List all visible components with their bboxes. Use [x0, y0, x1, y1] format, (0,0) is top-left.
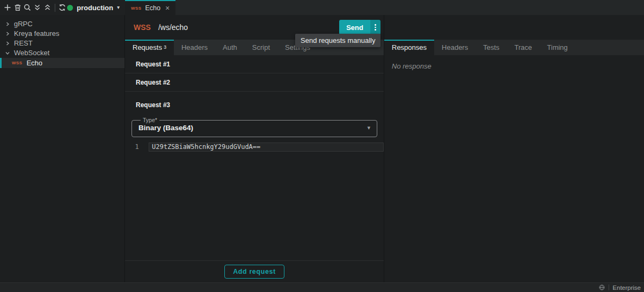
add-request-button[interactable]: Add request: [224, 265, 284, 279]
chevron-right-icon: [5, 41, 10, 46]
sidebar-item-label: gRPC: [14, 20, 33, 28]
license-label[interactable]: Enterprise: [613, 284, 641, 291]
chevron-down-icon: [5, 51, 10, 55]
response-tabs: Responses Headers Tests Trace Timing: [384, 40, 644, 55]
request-1-header[interactable]: Request #1: [125, 55, 384, 73]
delete-icon: [14, 4, 21, 11]
search-icon: [24, 4, 31, 11]
sync-button[interactable]: [57, 2, 68, 13]
sidebar-item-rest[interactable]: REST: [0, 39, 125, 48]
tab-label: Trace: [515, 43, 532, 51]
tab-label: Tests: [483, 43, 499, 51]
sidebar-item-grpc[interactable]: gRPC: [0, 19, 125, 28]
sidebar-item-label: WebSocket: [14, 49, 49, 57]
tab-headers[interactable]: Headers: [174, 40, 215, 55]
chevron-down-icon: ▾: [367, 124, 370, 131]
tab-script[interactable]: Script: [245, 40, 277, 55]
request-3-section: Request #3 Type* Binary (Base64) ▾ 1 U29…: [125, 92, 384, 152]
add-button[interactable]: [3, 2, 13, 13]
request-2-header[interactable]: Request #2: [125, 73, 384, 92]
collapse-all-icon: [44, 4, 51, 11]
chevron-right-icon: [5, 32, 10, 36]
send-button-tooltip: Send requests manually: [295, 34, 380, 47]
tab-title: Echo: [145, 4, 160, 12]
globe-icon: [599, 284, 605, 290]
tab-label: Script: [252, 43, 270, 51]
sidebar-item-label: Echo: [26, 59, 42, 67]
tab-echo[interactable]: WSS Echo ×: [125, 0, 175, 15]
tab-auth[interactable]: Auth: [215, 40, 245, 55]
tab-label: Timing: [547, 43, 568, 51]
tab-timing[interactable]: Timing: [539, 40, 575, 55]
content-area: gRPC Kreya features REST WebSocket WSS E…: [0, 15, 644, 282]
request-title: Request #1: [136, 61, 170, 68]
type-select-label: Type*: [141, 117, 159, 123]
send-options-button[interactable]: [370, 20, 380, 35]
environment-status-dot: [67, 5, 73, 11]
sidebar-item-label: REST: [14, 39, 33, 47]
tab-trace[interactable]: Trace: [507, 40, 540, 55]
wss-badge: WSS: [12, 61, 22, 65]
document-tab-strip: WSS Echo ×: [125, 0, 644, 15]
type-select-value-row[interactable]: Binary (Base64) ▾: [138, 124, 370, 132]
collapse-all-button[interactable]: [42, 2, 53, 13]
tab-responses[interactable]: Responses: [384, 40, 434, 55]
wss-badge: WSS: [131, 6, 141, 11]
tab-tests[interactable]: Tests: [475, 40, 507, 55]
send-button-group: Send: [339, 20, 380, 35]
request-path[interactable]: /ws/echo: [158, 23, 188, 32]
sync-icon: [58, 4, 66, 11]
environment-name: production: [77, 4, 113, 12]
request-3-header[interactable]: Request #3: [125, 101, 384, 117]
send-button[interactable]: Send: [339, 20, 370, 35]
request-panel: WSS /ws/echo Send Requests3 Headers Auth…: [125, 15, 384, 282]
response-panel-spacer: [384, 15, 644, 40]
chevron-down-icon: ▾: [117, 5, 120, 10]
requests-count-badge: 3: [164, 44, 166, 50]
sidebar-item-websocket[interactable]: WebSocket: [0, 48, 125, 57]
status-bar: Enterprise: [0, 282, 644, 292]
sidebar: gRPC Kreya features REST WebSocket WSS E…: [0, 15, 125, 282]
chevron-right-icon: [5, 22, 10, 26]
top-bar: production ▾ WSS Echo ×: [0, 0, 644, 15]
close-icon[interactable]: ×: [165, 4, 170, 12]
expand-all-button[interactable]: [33, 2, 43, 13]
no-response-placeholder: No response: [384, 55, 644, 77]
toolbar-divider: [55, 4, 55, 12]
request-list-spacer: [125, 152, 384, 260]
type-select[interactable]: Type* Binary (Base64) ▾: [131, 117, 377, 137]
search-button[interactable]: [23, 2, 33, 13]
sidebar-item-kreya-features[interactable]: Kreya features: [0, 29, 125, 38]
sidebar-toolbar: production ▾: [0, 0, 125, 15]
tab-label: Headers: [442, 43, 468, 51]
tab-label: Responses: [392, 43, 427, 51]
type-select-value: Binary (Base64): [138, 124, 193, 132]
request-scheme: WSS: [134, 23, 151, 32]
request-title: Request #2: [136, 79, 170, 86]
delete-button[interactable]: [13, 2, 23, 13]
environment-selector[interactable]: production ▾: [67, 4, 120, 12]
editor-line-number: 1: [125, 143, 149, 152]
add-icon: [4, 4, 11, 11]
add-request-row: Add request: [125, 260, 384, 282]
sidebar-item-label: Kreya features: [14, 29, 60, 38]
expand-all-icon: [34, 4, 41, 11]
tab-requests[interactable]: Requests3: [125, 40, 174, 55]
response-panel: Responses Headers Tests Trace Timing No …: [384, 15, 644, 282]
status-divider: [609, 284, 609, 290]
tab-response-headers[interactable]: Headers: [434, 40, 475, 55]
tab-label: Requests: [133, 43, 162, 51]
tab-label: Headers: [181, 43, 208, 51]
payload-editor: 1 U29tZSBiaW5hcnkgY29udGVudA==: [125, 143, 384, 152]
app-window: production ▾ WSS Echo × gRPC Kreya featu…: [0, 0, 644, 292]
tab-label: Auth: [223, 43, 237, 51]
kebab-menu-icon: [375, 24, 376, 26]
sidebar-item-echo[interactable]: WSS Echo: [0, 58, 125, 68]
editor-content[interactable]: U29tZSBiaW5hcnkgY29udGVudA==: [149, 143, 384, 152]
